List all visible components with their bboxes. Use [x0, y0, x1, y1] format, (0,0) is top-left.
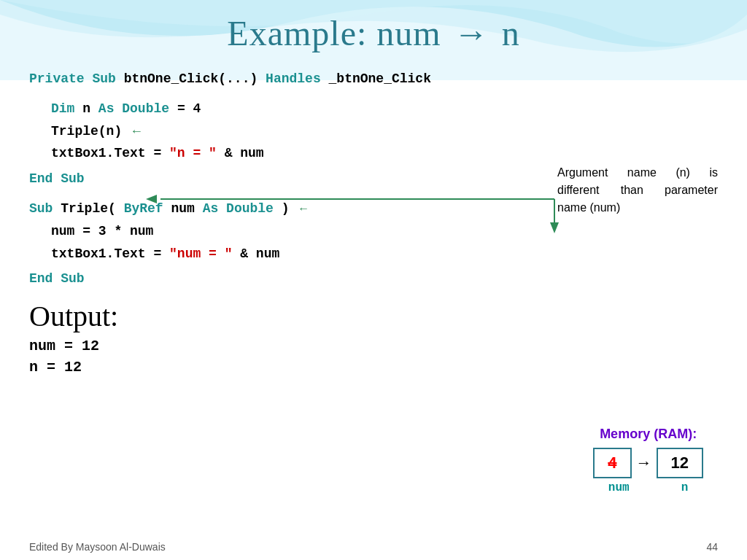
code-triple-def: Triple(: [61, 201, 116, 216]
code-amp-num1: & num: [225, 146, 264, 160]
memory-label-right: n: [681, 481, 689, 494]
code-string-n: "n = ": [169, 146, 217, 160]
code-amp-num2: & num: [240, 246, 279, 261]
footer: Edited By Maysoon Al-Duwais 44: [0, 541, 747, 553]
code-end-sub2: End Sub: [29, 271, 85, 286]
memory-arrow: →: [632, 454, 657, 472]
code-txtbox-text2: txtBox1.Text =: [51, 246, 169, 261]
memory-new-value: 12: [671, 454, 689, 472]
code-num-assign: num = 3 * num: [51, 224, 153, 238]
code-back-arrow: ←: [133, 124, 141, 139]
memory-cell-old: 4: [593, 448, 631, 478]
code-equals-4: = 4: [177, 101, 201, 116]
code-private-sub: Private Sub: [29, 71, 116, 86]
title-text-part2: n: [502, 14, 520, 52]
code-sub-kw: Sub: [29, 201, 53, 216]
code-close-paren: ): [282, 201, 290, 216]
code-txtbox-text1: txtBox1.Text =: [51, 146, 169, 160]
code-triple-n-line: Triple(n) ←: [29, 120, 718, 143]
code-end-sub1: End Sub: [29, 171, 85, 186]
code-handles-name: _btnOne_Click: [329, 71, 431, 86]
code-handles: Handles: [266, 71, 321, 86]
memory-old-value: 4: [608, 454, 616, 472]
memory-box-row: 4 → 12: [593, 448, 703, 478]
footer-page: 44: [706, 541, 718, 553]
output-line2: n = 12: [29, 359, 718, 376]
code-arrow2: ←: [300, 203, 307, 216]
title-arrow: →: [454, 13, 489, 53]
code-byref: ByRef: [124, 201, 163, 216]
memory-labels: num n: [593, 481, 703, 494]
output-section: Output: num = 12 n = 12: [29, 299, 718, 376]
code-triple-call: Triple(n): [51, 124, 122, 139]
code-as-double1: As Double: [98, 101, 169, 116]
code-n-var: n: [82, 101, 90, 116]
code-btnone-click: btnOne_Click(...): [124, 71, 258, 86]
title-text-part1: Example: num: [227, 14, 441, 52]
code-string-num: "num = ": [169, 246, 232, 261]
code-as-double2: As Double: [203, 201, 274, 216]
code-dim: Dim: [51, 101, 74, 116]
code-txtbox1-line1: txtBox1.Text = "n = " & num: [29, 142, 718, 165]
footer-credit: Edited By Maysoon Al-Duwais: [29, 541, 166, 553]
output-line1: num = 12: [29, 338, 718, 354]
output-title: Output:: [29, 299, 718, 333]
memory-area: Memory (RAM): 4 → 12 num n: [593, 427, 703, 494]
code-block: Private Sub btnOne_Click(...) Handles _b…: [29, 68, 718, 290]
code-num-param: num: [171, 201, 194, 216]
memory-title: Memory (RAM):: [593, 427, 703, 442]
memory-cell-new: 12: [657, 448, 703, 478]
page-title: Example: num → n: [29, 0, 718, 66]
memory-label-left: num: [608, 481, 630, 494]
